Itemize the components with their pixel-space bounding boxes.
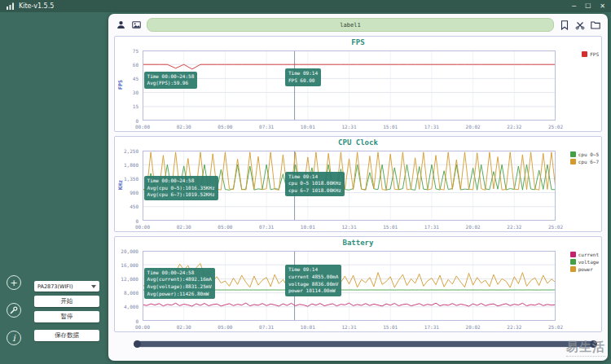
plot-area[interactable] [143,50,556,121]
watermark-subline [566,356,605,360]
maximize-button[interactable]: ☐ [585,3,591,10]
x-tick-label: 15:01 [383,324,398,330]
image-icon[interactable] [131,20,141,30]
legend-swatch-icon [570,151,576,157]
x-tick-label: 22:32 [507,324,521,330]
y-tick-label: 450 [115,204,138,209]
device-select[interactable]: PA2873(WIFI) [34,281,99,292]
info-icon: i [12,333,15,344]
label-input[interactable] [147,18,554,32]
legend-item[interactable]: current [570,252,599,257]
close-button[interactable]: ✕ [600,3,605,10]
chart-canvas: 00:0002:3005:0007:3110:0112:3115:0117:31… [115,149,601,230]
plus-icon: + [10,278,17,288]
chart-title: FPS [115,37,601,49]
legend-item[interactable]: cpu 6~7 [570,159,599,164]
x-tick-label: 25:02 [548,324,563,330]
window-titlebar: Kite-v1.5.5 ─ ☐ ✕ [0,0,611,12]
tools-button[interactable] [7,303,21,318]
legend-item[interactable]: cpu 0~5 [570,151,599,157]
y-axis-label: FPS [117,72,124,97]
info-button[interactable]: i [7,331,21,345]
toolbar [108,14,608,33]
x-tick-label: 12:31 [341,124,356,129]
folder-icon[interactable] [591,20,600,30]
chart-card-cpu-clock: CPU Clock 00:0002:3005:0007:3110:0112:31… [114,136,602,232]
x-tick-label: 20:02 [466,224,481,230]
chart-canvas: 00:0002:3005:0007:3110:0112:3115:0117:31… [115,249,601,331]
legend: cpu 0~5cpu 6~7 [570,151,599,164]
main-panel: FPS 00:0002:3005:0007:3110:0112:3115:011… [108,14,608,361]
user-icon[interactable] [116,20,125,30]
start-button[interactable]: 开始 [34,296,99,307]
minimize-button[interactable]: ─ [572,3,576,10]
y-tick-label: 12,000 [115,276,138,282]
legend-item[interactable]: FPS [582,51,599,57]
add-button[interactable]: + [7,275,21,290]
time-range-slider[interactable] [134,340,597,348]
x-tick-label: 02:30 [177,324,191,330]
x-tick-label: 10:01 [301,124,315,129]
chart-card-battery: Battery 00:0002:3005:0007:3110:0112:3115… [114,236,602,332]
device-select-value: PA2873(WIFI) [37,283,73,290]
bookmark-icon[interactable] [560,20,569,30]
control-panel: PA2873(WIFI) 开始 暂停 保存数据 [34,281,99,341]
x-tick-label: 05:00 [218,124,232,129]
legend-label: current [578,252,599,257]
y-tick-label: 16,000 [115,262,138,268]
slider-left-handle[interactable] [134,340,141,348]
scissors-icon[interactable] [575,20,585,30]
legend-swatch-icon [570,266,576,272]
y-tick-label: 1,800 [115,162,138,168]
x-tick-label: 20:02 [466,324,481,330]
legend-label: cpu 6~7 [578,159,599,164]
chart-title: Battery [115,237,601,249]
x-tick-label: 07:31 [259,224,274,230]
chevron-down-icon [91,285,96,288]
chart-card-fps: FPS 00:0002:3005:0007:3110:0112:3115:011… [114,36,602,132]
legend-label: FPS [590,51,599,57]
x-tick-label: 07:31 [259,124,274,129]
x-tick-label: 12:31 [341,324,356,330]
x-tick-label: 05:00 [218,224,232,230]
legend-swatch-icon [570,159,576,164]
charts-column: FPS 00:0002:3005:0007:3110:0112:3115:011… [108,33,608,332]
y-axis-label: KHz [117,173,124,197]
wrench-icon [10,306,18,314]
legend-item[interactable]: power [570,266,599,272]
y-tick-label: 4,000 [115,304,138,309]
app-signal-icon [6,2,15,11]
legend-label: voltage [578,259,599,265]
x-tick-label: 02:30 [177,124,191,129]
legend-swatch-icon [570,252,576,257]
x-tick-label: 10:01 [301,324,315,330]
y-tick-label: 15 [115,103,138,109]
plot-area[interactable] [143,251,556,321]
x-tick-label: 20:02 [466,124,481,129]
x-tick-label: 02:30 [177,224,191,230]
slider-thumb[interactable] [137,341,594,347]
x-tick-label: 00:00 [135,224,150,230]
y-tick-label: 0 [115,318,138,324]
x-tick-label: 15:01 [383,124,398,129]
x-tick-label: 22:32 [507,124,521,129]
x-tick-label: 00:00 [135,324,150,330]
pause-button[interactable]: 暂停 [34,311,99,322]
legend-item[interactable]: voltage [570,259,599,265]
x-tick-label: 15:01 [383,224,398,230]
legend-swatch-icon [570,259,576,265]
x-tick-label: 12:31 [341,224,356,230]
y-tick-label: 2,250 [115,148,138,154]
chart-title: CPU Clock [115,137,601,149]
chart-canvas: 00:0002:3005:0007:3110:0112:3115:0117:31… [115,49,601,130]
plot-area[interactable] [143,151,556,221]
x-tick-label: 07:31 [259,324,274,330]
legend: FPS [582,51,599,57]
x-tick-label: 17:31 [424,124,439,129]
x-tick-label: 25:02 [548,224,563,230]
save-data-button[interactable]: 保存数据 [34,330,99,341]
window-title: Kite-v1.5.5 [19,2,54,10]
y-tick-label: 0 [115,218,138,224]
legend-swatch-icon [582,51,587,57]
x-tick-label: 22:32 [507,224,521,230]
